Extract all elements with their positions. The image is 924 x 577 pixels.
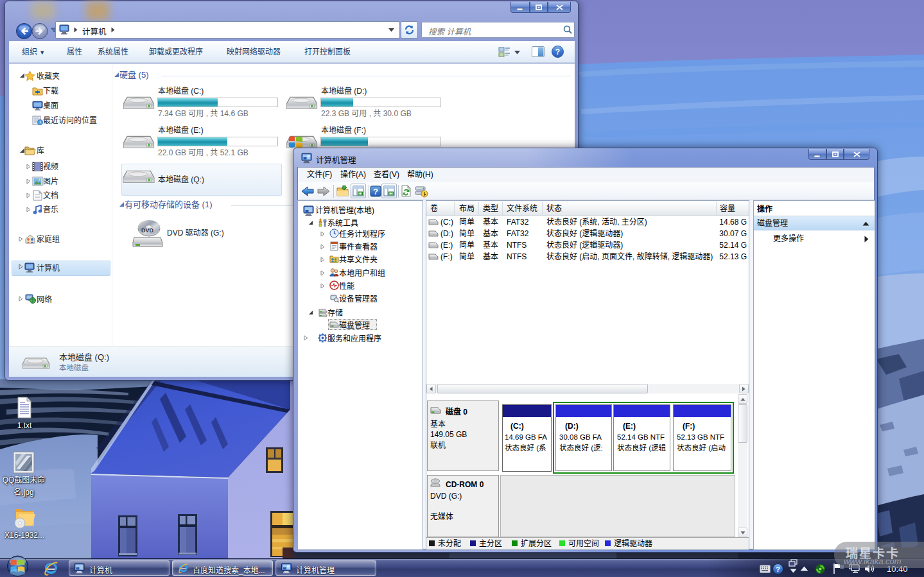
svg-text:?: ?	[555, 47, 560, 56]
svg-text:DVD: DVD	[141, 227, 154, 234]
svg-text:?: ?	[373, 187, 378, 196]
svg-text:?: ?	[776, 565, 780, 573]
